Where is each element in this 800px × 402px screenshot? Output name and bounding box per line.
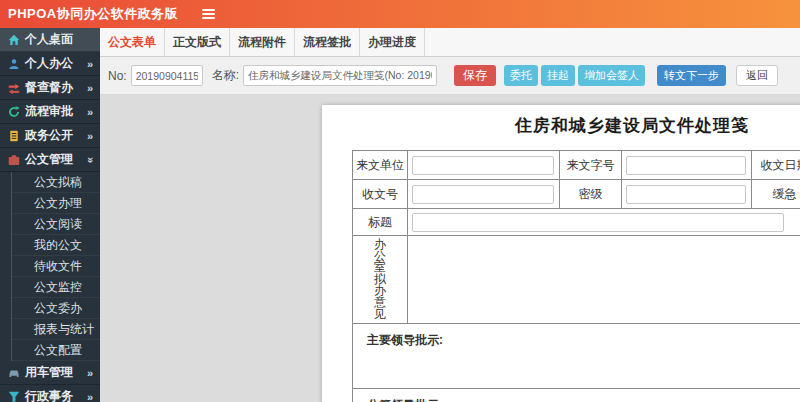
- sidebar-item-label: 用车管理: [25, 364, 73, 381]
- sidebar-submenu-document-management: 公文拟稿 公文办理 公文阅读 我的公文 待收文件 公文监控 公文委办 报表与统计…: [11, 172, 100, 361]
- secrecy-label: 密级: [560, 180, 622, 209]
- chevron-right-icon: »: [87, 82, 93, 93]
- sidebar-item-doc-delegate[interactable]: 公文委办: [12, 298, 100, 319]
- sidebar-item-label: 督查督办: [25, 79, 73, 96]
- sidebar-item-document-management[interactable]: 公文管理 »: [0, 148, 100, 172]
- home-icon: [7, 33, 20, 46]
- suspend-button[interactable]: 挂起: [541, 65, 575, 86]
- sidebar-item-doc-config[interactable]: 公文配置: [12, 340, 100, 361]
- sidebar-item-label: 政务公开: [25, 127, 73, 144]
- sidebar-item-doc-read[interactable]: 公文阅读: [12, 214, 100, 235]
- tab-flow-attachments[interactable]: 流程附件: [230, 28, 295, 56]
- workspace: 住房和城乡建设局文件处理笺 来文单位 来文字号 收文日期: [100, 95, 800, 402]
- subject-label: 标题: [353, 209, 408, 236]
- sidebar-item-workflow-approval[interactable]: 流程审批 »: [0, 100, 100, 124]
- no-label: No:: [108, 69, 127, 83]
- back-button[interactable]: 返回: [736, 65, 778, 86]
- app-title: PHPOA协同办公软件政务版: [8, 5, 178, 23]
- subject-input[interactable]: [412, 213, 784, 232]
- toolbar: No: 名称: 保存 委托 挂起 增加会签人 转文下一步 返回: [100, 57, 800, 95]
- sidebar-item-label: 个人桌面: [25, 31, 73, 48]
- user-icon: [7, 57, 20, 70]
- delegate-button[interactable]: 委托: [504, 65, 538, 86]
- document-icon: [7, 129, 20, 142]
- sidebar-item-label: 流程审批: [25, 103, 73, 120]
- chevron-right-icon: »: [87, 106, 93, 117]
- chevron-right-icon: »: [87, 130, 93, 141]
- sidebar-item-vehicle-management[interactable]: 用车管理 »: [0, 361, 100, 385]
- sidebar-item-personal-desktop[interactable]: 个人桌面: [0, 28, 100, 52]
- table-row: 来文单位 来文字号 收文日期: [353, 151, 800, 180]
- sidebar-item-gov-disclosure[interactable]: 政务公开 »: [0, 124, 100, 148]
- sidebar-item-pending-files[interactable]: 待收文件: [12, 256, 100, 277]
- sidebar-item-supervision[interactable]: 督查督办 »: [0, 76, 100, 100]
- shuffle-icon: [7, 81, 20, 94]
- sidebar-item-personal-office[interactable]: 个人办公 »: [0, 52, 100, 76]
- document-page: 住房和城乡建设局文件处理笺 来文单位 来文字号 收文日期: [322, 105, 800, 402]
- sidebar-item-doc-monitor[interactable]: 公文监控: [12, 277, 100, 298]
- forward-next-button[interactable]: 转文下一步: [657, 65, 726, 86]
- chevron-down-icon: »: [84, 156, 95, 162]
- table-row: 分管领导批示:: [353, 389, 800, 402]
- chevron-right-icon: »: [87, 391, 93, 402]
- secrecy-input[interactable]: [626, 185, 746, 204]
- table-row: 收文号 密级 缓急: [353, 180, 800, 209]
- from-unit-label: 来文单位: [353, 151, 408, 180]
- sidebar-item-label: 行政事务: [25, 388, 73, 402]
- document-form-table: 来文单位 来文字号 收文日期 收文号 密级 缓急: [352, 150, 800, 402]
- page-title: 住房和城乡建设局文件处理笺: [322, 114, 800, 137]
- briefcase-icon: [7, 153, 20, 166]
- tab-bar: 公文表单 正文版式 流程附件 流程签批 办理进度: [100, 28, 800, 57]
- sidebar-item-admin-affairs[interactable]: 行政事务 »: [0, 385, 100, 402]
- tab-doc-form[interactable]: 公文表单: [100, 28, 165, 56]
- table-row: 办 公 室 拟 办 意 见: [353, 236, 800, 324]
- chevron-right-icon: »: [87, 367, 93, 378]
- urgency-label: 缓急: [752, 180, 800, 209]
- receive-no-input[interactable]: [412, 185, 554, 204]
- office-opinion-label: 办 公 室 拟 办 意 见: [353, 236, 408, 324]
- name-input[interactable]: [243, 65, 437, 86]
- cycle-icon: [7, 105, 20, 118]
- tab-progress[interactable]: 办理进度: [360, 28, 425, 56]
- main-leader-note-label: 主要领导批示:: [353, 324, 800, 389]
- table-row: 主要领导批示:: [353, 324, 800, 389]
- sidebar: 个人桌面 个人办公 » 督查督办 » 流程审批 » 政务公开 »: [0, 28, 100, 402]
- tab-flow-signoff[interactable]: 流程签批: [295, 28, 360, 56]
- no-input[interactable]: [131, 65, 203, 86]
- doc-ref-label: 来文字号: [560, 151, 622, 180]
- doc-ref-input[interactable]: [626, 156, 746, 175]
- sidebar-item-my-docs[interactable]: 我的公文: [12, 235, 100, 256]
- filter-icon: [7, 390, 20, 402]
- table-row: 标题: [353, 209, 800, 236]
- sidebar-item-label: 个人办公: [25, 55, 73, 72]
- add-cosigner-button[interactable]: 增加会签人: [578, 65, 645, 86]
- name-label: 名称:: [212, 67, 239, 84]
- sidebar-item-label: 公文管理: [25, 151, 73, 168]
- sidebar-item-doc-draft[interactable]: 公文拟稿: [12, 172, 100, 193]
- receive-date-label: 收文日期: [752, 151, 800, 180]
- topbar: PHPOA协同办公软件政务版: [0, 0, 800, 28]
- car-icon: [7, 366, 20, 379]
- menu-icon[interactable]: [198, 5, 219, 23]
- office-opinion-area[interactable]: [408, 236, 800, 324]
- save-button[interactable]: 保存: [454, 65, 496, 86]
- sidebar-item-reports-stats[interactable]: 报表与统计: [12, 319, 100, 340]
- from-unit-input[interactable]: [412, 156, 554, 175]
- tab-body-layout[interactable]: 正文版式: [165, 28, 230, 56]
- chevron-right-icon: »: [87, 58, 93, 69]
- branch-leader-note-label: 分管领导批示:: [353, 389, 800, 402]
- sidebar-item-doc-handle[interactable]: 公文办理: [12, 193, 100, 214]
- receive-no-label: 收文号: [353, 180, 408, 209]
